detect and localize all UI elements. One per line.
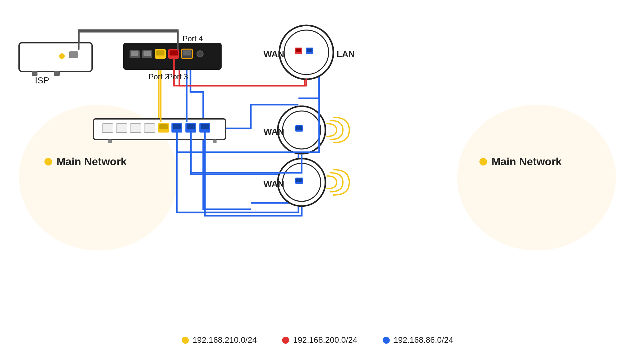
svg-rect-34: [295, 48, 302, 54]
svg-rect-45: [296, 179, 302, 182]
svg-point-42: [278, 159, 325, 206]
svg-point-16: [197, 51, 203, 57]
svg-rect-25: [159, 124, 168, 129]
network-diagram: Main Network Main Network: [0, 0, 635, 364]
svg-rect-15: [183, 50, 191, 55]
svg-rect-35: [296, 49, 301, 52]
svg-rect-7: [131, 51, 138, 56]
port4-label: Port 4: [183, 34, 203, 43]
port2-label: Port 2: [149, 72, 169, 81]
port3-label: Port 3: [168, 72, 188, 81]
svg-point-32: [279, 25, 333, 79]
yellow-dot-right: [479, 158, 487, 166]
svg-rect-40: [295, 125, 303, 132]
svg-rect-19: [213, 140, 217, 143]
left-network-blob: [19, 105, 178, 250]
isp-label: ISP: [35, 75, 49, 86]
right-network-blob: [457, 105, 616, 250]
svg-rect-1: [32, 71, 37, 76]
svg-rect-12: [168, 49, 179, 59]
svg-rect-31: [201, 124, 209, 129]
svg-rect-0: [19, 43, 92, 71]
legend-dot-red: [282, 337, 289, 344]
svg-rect-2: [54, 71, 60, 76]
svg-rect-9: [144, 51, 151, 56]
svg-rect-8: [142, 50, 152, 58]
legend-yellow: 192.168.210.0/24: [182, 335, 257, 345]
legend-blue: 192.168.86.0/24: [383, 335, 453, 345]
svg-rect-14: [182, 49, 192, 59]
svg-rect-13: [170, 50, 178, 55]
router1-lan-label: LAN: [337, 49, 355, 59]
svg-point-39: [283, 111, 321, 149]
svg-rect-28: [185, 123, 196, 133]
svg-point-38: [278, 106, 325, 154]
yellow-dot-left: [44, 158, 52, 166]
svg-rect-10: [155, 49, 166, 59]
router2-wan-label: WAN: [264, 127, 284, 137]
router1-wan-label: WAN: [264, 49, 284, 59]
svg-point-33: [284, 30, 329, 75]
legend: 192.168.210.0/24 192.168.200.0/24 192.16…: [182, 335, 453, 345]
main-network-label-left: Main Network: [44, 155, 127, 168]
svg-rect-6: [130, 50, 140, 58]
svg-rect-30: [199, 123, 210, 133]
svg-point-43: [283, 163, 321, 201]
svg-rect-37: [307, 49, 312, 52]
svg-rect-26: [171, 123, 182, 133]
main-network-label-right: Main Network: [479, 155, 562, 168]
svg-rect-44: [295, 178, 303, 184]
router3-wan-label: WAN: [264, 179, 284, 189]
svg-rect-5: [123, 43, 222, 70]
legend-dot-yellow: [182, 337, 189, 344]
svg-point-3: [59, 53, 65, 59]
svg-rect-36: [306, 48, 313, 54]
legend-red: 192.168.200.0/24: [282, 335, 357, 345]
svg-rect-41: [296, 126, 302, 130]
svg-rect-27: [173, 124, 181, 129]
legend-dot-blue: [383, 337, 390, 344]
svg-rect-4: [69, 51, 78, 58]
svg-rect-11: [156, 50, 164, 55]
svg-rect-29: [187, 124, 195, 129]
